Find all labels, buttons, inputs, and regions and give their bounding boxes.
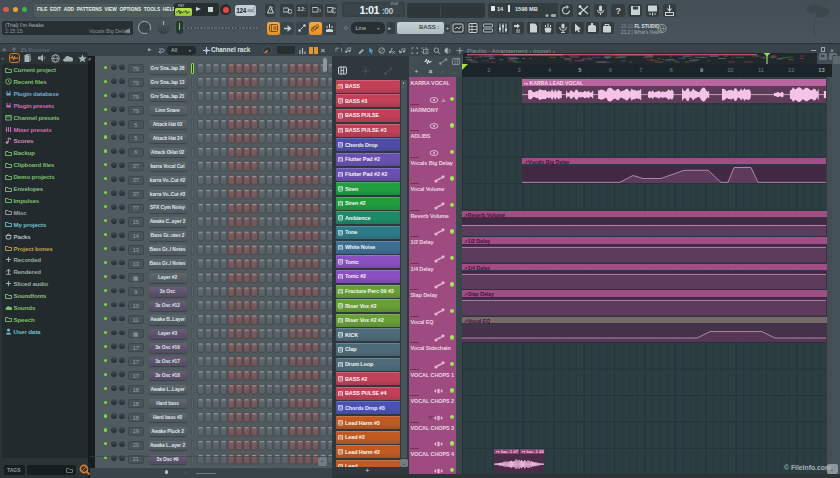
- svg-text:?: ?: [615, 6, 621, 16]
